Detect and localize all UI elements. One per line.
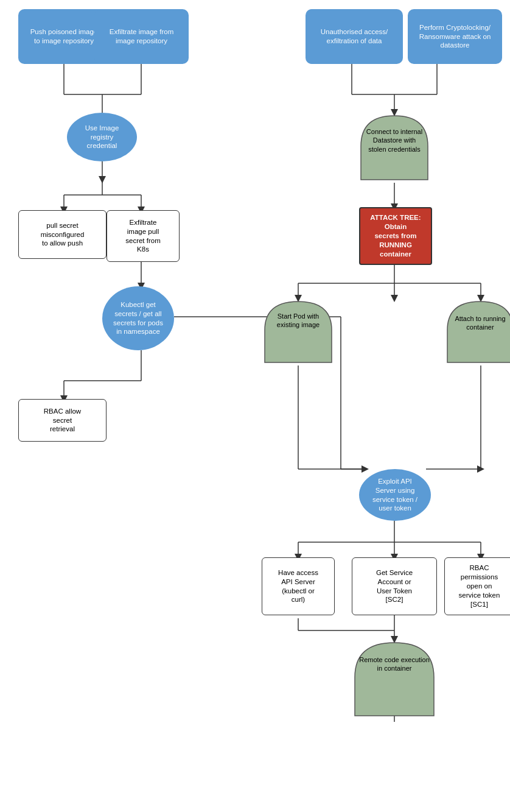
cryptolocking-node: Perform Cryptolocking/ Ransomware attack… bbox=[408, 9, 502, 64]
exfiltrate-pull-secret-node: Exfiltrate image pull secret from K8s bbox=[107, 210, 180, 262]
have-access-api-node: Have access API Server (kubectl or curl) bbox=[262, 557, 335, 615]
use-image-registry-node: Use Image registry credential bbox=[67, 113, 137, 161]
rbac-allow-node: RBAC allow secret retrieval bbox=[18, 399, 107, 442]
kubectl-get-secrets-node: Kubectl get secrets / get all secrets fo… bbox=[102, 286, 174, 350]
connect-internal-node: Connect to internal Datastore with stole… bbox=[358, 113, 431, 183]
remote-code-node: Remote code execution in container bbox=[352, 640, 437, 719]
get-service-account-node: Get Service Account or User Token [SC2] bbox=[352, 557, 437, 615]
attack-tree-node: ATTACK TREE: Obtain secrets from RUNNING… bbox=[359, 207, 432, 265]
pull-secret-node: pull secret misconfigured to allow push bbox=[18, 210, 107, 259]
attach-running-node: Attach to running container bbox=[444, 298, 510, 365]
unauthorised-access-node: Unauthorised access/ exfiltration of dat… bbox=[306, 9, 403, 64]
start-pod-node: Start Pod with existing image bbox=[262, 298, 335, 365]
rbac-permissions-node: RBAC permissions open on service token [… bbox=[444, 557, 510, 615]
exfiltrate-image-node: Exfiltrate image from image repository bbox=[94, 9, 189, 64]
exploit-api-node: Exploit API Server using service token /… bbox=[359, 469, 431, 521]
